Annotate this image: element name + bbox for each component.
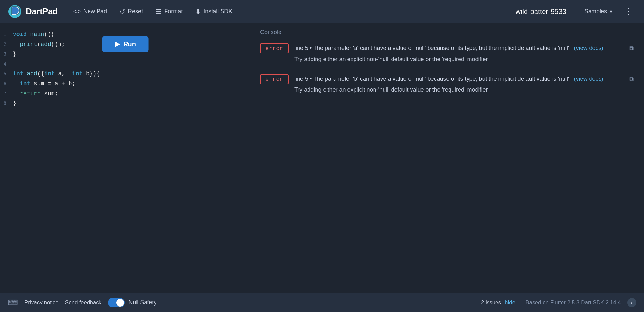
privacy-notice-button[interactable]: Privacy notice <box>24 299 59 306</box>
issues-count: 2 issues <box>481 299 501 306</box>
more-menu-button[interactable]: ⋮ <box>620 4 636 19</box>
line-content: return sum; <box>13 89 251 99</box>
line-number: 4 <box>0 60 13 69</box>
error-badge-area-1: error <box>260 43 289 53</box>
line-number: 7 <box>0 90 13 98</box>
error-badge-2: error <box>260 74 289 84</box>
error-hint-2: Try adding either an explicit non-'null'… <box>294 85 624 95</box>
line-number: 8 <box>0 99 13 108</box>
line-content: int add({int a, int b}){ <box>13 69 251 79</box>
play-icon <box>115 42 120 47</box>
null-safety-toggle[interactable] <box>108 298 125 307</box>
view-docs-link-2[interactable]: (view docs) <box>574 76 603 82</box>
error-inner-2: error line 5 • The parameter 'b' can't h… <box>260 74 624 95</box>
code-line-7: 7 return sum; <box>0 89 251 99</box>
hide-issues-button[interactable]: hide <box>505 299 515 306</box>
null-safety-area: Null Safety <box>108 298 156 307</box>
reset-icon: ↺ <box>120 8 125 15</box>
install-icon: ⬇ <box>195 8 201 15</box>
line-number: 3 <box>0 50 13 59</box>
error-text-2: line 5 • The parameter 'b' can't have a … <box>294 74 624 95</box>
error-item-2: error line 5 • The parameter 'b' can't h… <box>260 74 635 95</box>
line-number: 1 <box>0 31 13 39</box>
run-button[interactable]: Run <box>102 36 149 52</box>
pad-name: wild-patter-9533 <box>516 7 566 16</box>
app-title: DartPad <box>26 6 58 16</box>
console-title: Console <box>251 23 644 40</box>
info-icon: i <box>631 300 632 305</box>
main-content: 1 void main(){ 2 print(add()); 3 } 4 5 i <box>0 23 644 293</box>
new-pad-button[interactable]: <> New Pad <box>68 5 112 18</box>
line-content: int sum = a + b; <box>13 79 251 89</box>
run-button-area: Run <box>102 36 149 52</box>
line-number: 6 <box>0 80 13 88</box>
error-badge-area-2: error <box>260 74 289 84</box>
app-header: DartPad <> New Pad ↺ Reset ☰ Format ⬇ In… <box>0 0 644 23</box>
code-line-5: 5 int add({int a, int b}){ <box>0 69 251 79</box>
line-content: } <box>13 98 251 108</box>
error-hint-1: Try adding either an explicit non-'null'… <box>294 55 624 64</box>
reset-button[interactable]: ↺ Reset <box>115 5 148 18</box>
code-line-4: 4 <box>0 59 251 69</box>
error-badge-1: error <box>260 43 289 53</box>
code-line-6: 6 int sum = a + b; <box>0 79 251 89</box>
error-main-1: line 5 • The parameter 'a' can't have a … <box>294 43 624 53</box>
code-line-8: 8 } <box>0 98 251 108</box>
format-button[interactable]: ☰ Format <box>151 5 188 18</box>
format-icon: ☰ <box>156 8 162 15</box>
info-button[interactable]: i <box>627 298 636 307</box>
line-number: 2 <box>0 41 13 49</box>
null-safety-label: Null Safety <box>128 299 156 306</box>
send-feedback-button[interactable]: Send feedback <box>65 299 101 306</box>
chevron-down-icon: ▾ <box>610 8 612 15</box>
error-item-1: error line 5 • The parameter 'a' can't h… <box>260 43 635 64</box>
copy-button-2[interactable]: ⧉ <box>628 74 635 84</box>
view-docs-link-1[interactable]: (view docs) <box>574 45 603 51</box>
error-text-1: line 5 • The parameter 'a' can't have a … <box>294 43 624 64</box>
line-number: 5 <box>0 70 13 78</box>
console-panel: Console error line 5 • The parameter 'a'… <box>251 23 644 293</box>
code-editor[interactable]: 1 void main(){ 2 print(add()); 3 } 4 5 i <box>0 23 251 293</box>
logo-area: DartPad <box>8 5 58 19</box>
toggle-thumb <box>116 299 124 307</box>
error-inner-1: error line 5 • The parameter 'a' can't h… <box>260 43 624 64</box>
copy-button-1[interactable]: ⧉ <box>628 43 635 53</box>
footer-right-area: 2 issues hide Based on Flutter 2.5.3 Dar… <box>481 298 636 307</box>
install-sdk-button[interactable]: ⬇ Install SDK <box>190 5 237 18</box>
code-panel: 1 void main(){ 2 print(add()); 3 } 4 5 i <box>0 23 251 293</box>
error-main-2: line 5 • The parameter 'b' can't have a … <box>294 74 624 84</box>
new-pad-icon: <> <box>73 8 81 15</box>
keyboard-icon: ⌨ <box>8 298 18 307</box>
console-content[interactable]: error line 5 • The parameter 'a' can't h… <box>251 40 644 293</box>
samples-button[interactable]: Samples ▾ <box>579 5 618 18</box>
line-content <box>13 59 251 69</box>
dartpad-logo-icon <box>8 5 22 19</box>
app-footer: ⌨ Privacy notice Send feedback Null Safe… <box>0 293 644 312</box>
more-icon: ⋮ <box>624 6 632 16</box>
sdk-info: Based on Flutter 2.5.3 Dart SDK 2.14.4 <box>526 299 621 306</box>
